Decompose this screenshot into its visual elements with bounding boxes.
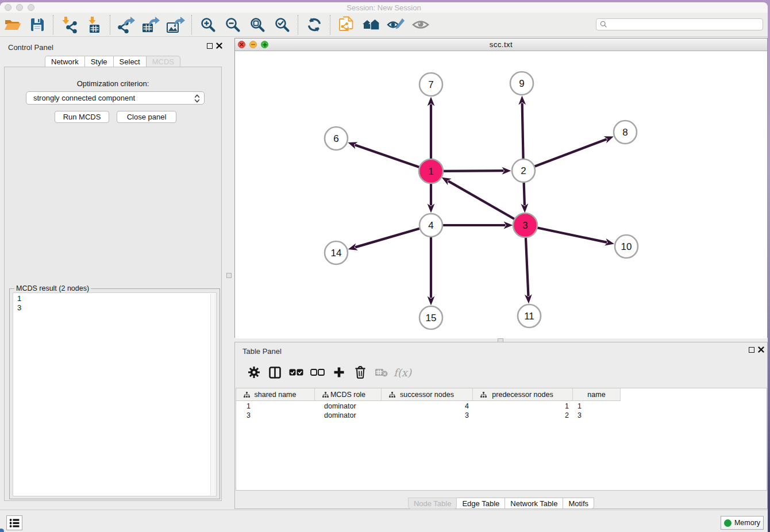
search-icon (600, 21, 607, 28)
table-cell[interactable]: 1 (573, 402, 621, 411)
table-cell[interactable]: dominator (315, 411, 382, 420)
toolbar-separator (110, 15, 110, 34)
table-settings-button[interactable] (243, 364, 264, 381)
tree-icon (389, 391, 395, 399)
graph-node-8[interactable]: 8 (614, 121, 637, 144)
export-network-icon (117, 16, 136, 33)
column-header-MCDS-role[interactable]: MCDS role (315, 388, 382, 401)
export-table-button[interactable] (138, 14, 163, 35)
tab-select[interactable]: Select (114, 56, 147, 67)
graph-node-4[interactable]: 4 (419, 214, 442, 237)
run-mcds-button[interactable]: Run MCDS (55, 111, 109, 123)
eye-edit-icon (387, 17, 405, 32)
network-window: scc.txt 1234678910111415 (234, 38, 768, 338)
session-pages-button[interactable] (334, 14, 359, 35)
table-panel: Table Panel f(x) shared name (234, 342, 768, 509)
zoom-out-button[interactable] (220, 14, 245, 35)
column-header-shared-name[interactable]: shared name (236, 388, 315, 401)
node-table: shared name MCDS role successor nodes pr… (236, 388, 767, 491)
control-panel-float-icon[interactable] (207, 43, 213, 49)
task-history-button[interactable] (6, 515, 22, 530)
graph-node-7[interactable]: 7 (419, 73, 442, 96)
search-field[interactable] (596, 18, 763, 30)
graph-node-1[interactable]: 1 (419, 159, 443, 183)
show-hide-button[interactable] (408, 14, 433, 35)
save-session-button[interactable] (25, 14, 49, 35)
search-input[interactable] (607, 20, 763, 29)
plus-icon (333, 367, 345, 378)
criterion-select[interactable]: strongly connected component (26, 91, 205, 105)
table-cell[interactable]: 3 (236, 411, 315, 420)
vertical-splitter-handle[interactable] (226, 273, 232, 278)
edge-2-8[interactable] (523, 139, 607, 171)
home-view-button[interactable] (359, 14, 383, 35)
node-label: 11 (524, 311, 534, 322)
session-pages-icon (338, 16, 355, 33)
graph-node-3[interactable]: 3 (513, 213, 537, 237)
tab-network[interactable]: Network (45, 56, 85, 67)
table-panel-float-icon[interactable] (749, 347, 754, 353)
tab-network-table[interactable]: Network Table (505, 498, 563, 509)
graph-node-2[interactable]: 2 (512, 159, 535, 182)
zoom-in-button[interactable] (195, 14, 220, 35)
edge-3-1[interactable] (448, 181, 525, 225)
table-row[interactable]: 3dominator323 (236, 411, 621, 420)
zoom-selected-button[interactable] (270, 14, 294, 35)
table-cell[interactable]: 3 (573, 411, 621, 420)
show-hide-edit-button[interactable] (383, 14, 408, 35)
tab-style[interactable]: Style (85, 56, 114, 67)
table-cell[interactable]: 4 (382, 402, 473, 411)
graph-node-9[interactable]: 9 (510, 72, 533, 95)
show-columns-button[interactable] (264, 364, 286, 381)
table-cell[interactable]: dominator (315, 402, 382, 411)
table-cell[interactable]: 2 (473, 411, 573, 420)
select-all-columns-button[interactable] (286, 364, 307, 381)
memory-button[interactable]: Memory (721, 516, 764, 530)
zoom-selected-icon (274, 17, 290, 33)
tab-edge-table[interactable]: Edge Table (457, 498, 505, 509)
refresh-button[interactable] (302, 14, 326, 35)
result-scrollbar[interactable] (210, 294, 215, 495)
table-cell[interactable]: 1 (473, 402, 573, 411)
table-row[interactable]: 1dominator411 (236, 402, 621, 411)
mcds-result-text[interactable]: 13 (13, 292, 217, 496)
import-table-button[interactable] (82, 14, 106, 35)
graph-node-14[interactable]: 14 (325, 241, 348, 264)
graph-node-6[interactable]: 6 (325, 127, 348, 150)
unselect-all-columns-button[interactable] (307, 364, 328, 381)
control-panel-close-icon[interactable] (216, 43, 222, 49)
table-cell[interactable]: 3 (382, 411, 473, 420)
tab-node-table[interactable]: Node Table (408, 498, 457, 509)
export-table-icon (142, 16, 160, 33)
graph-node-11[interactable]: 11 (518, 304, 541, 327)
export-network-button[interactable] (114, 14, 138, 35)
delete-columns-button[interactable] (349, 364, 371, 381)
uncheck-boxes-icon (310, 369, 325, 376)
column-header-successor-nodes[interactable]: successor nodes (382, 388, 473, 401)
mcds-result-line: 3 (17, 303, 216, 313)
table-cell[interactable]: 1 (236, 402, 315, 411)
main-window: Session: New Session (0, 2, 768, 532)
table-panel-close-icon[interactable] (758, 346, 764, 353)
eye-icon (412, 18, 429, 32)
import-network-button[interactable] (57, 14, 82, 35)
control-panel-title: Control Panel (8, 43, 53, 52)
tab-mcds[interactable]: MCDS (147, 56, 180, 67)
zoom-fit-button[interactable] (245, 14, 270, 35)
create-column-button[interactable] (328, 364, 349, 381)
column-label: name (587, 391, 605, 399)
column-header-predecessor-nodes[interactable]: predecessor nodes (473, 388, 573, 401)
close-panel-button[interactable]: Close panel (117, 111, 176, 123)
column-label: predecessor nodes (492, 391, 553, 399)
graph-node-15[interactable]: 15 (419, 306, 442, 329)
tab-motifs[interactable]: Motifs (563, 498, 594, 509)
tree-icon (244, 391, 250, 399)
open-session-button[interactable] (0, 14, 25, 35)
network-canvas[interactable]: 1234678910111415 (235, 51, 767, 338)
trash-icon (355, 366, 366, 379)
network-window-title: scc.txt (235, 40, 767, 49)
node-label: 3 (522, 220, 528, 231)
column-header-name[interactable]: name (573, 388, 621, 401)
export-image-button[interactable] (163, 14, 188, 35)
graph-node-10[interactable]: 10 (615, 235, 638, 258)
